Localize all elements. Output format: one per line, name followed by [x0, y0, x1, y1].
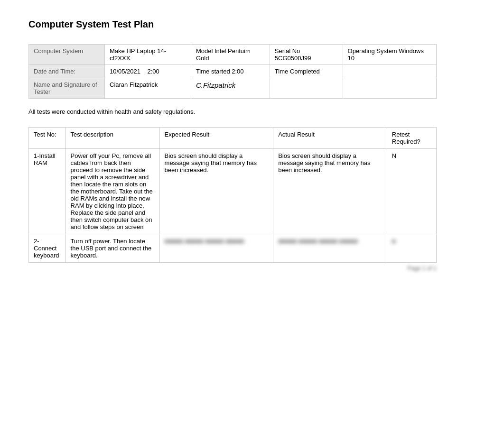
info-row-2: Date and Time: 10/05/2021 2:00 Time star… — [29, 65, 437, 78]
row1-desc: Power off your Pc, remove all cables fro… — [65, 149, 159, 234]
info-row-3: Name and Signature of Tester Ciaran Fitz… — [29, 78, 437, 99]
info-table: Computer System Make HP Laptop 14-cf2XXX… — [28, 44, 437, 99]
header-actual: Actual Result — [273, 128, 387, 149]
computer-system-label: Computer System — [29, 45, 105, 65]
row1-no: 1-Install RAM — [29, 149, 66, 234]
tester-empty-2 — [343, 78, 436, 99]
notice-text: All tests were conducted within health a… — [28, 108, 476, 115]
time-completed-label: Time Completed — [270, 65, 343, 78]
table-row: 1-Install RAM Power off your Pc, remove … — [29, 149, 437, 234]
serial-value: Serial No 5CG0500J99 — [270, 45, 343, 65]
row2-desc: Turn off power. Then locate the USB port… — [65, 234, 159, 263]
tester-signature-value: C.Fitzpatrick — [191, 78, 270, 99]
page-title: Computer System Test Plan — [28, 19, 476, 30]
header-expected: Expected Result — [159, 128, 273, 149]
tester-label: Name and Signature of Tester — [29, 78, 105, 99]
header-no: Test No: — [29, 128, 66, 149]
page-number: Page 1 of 1 — [28, 265, 437, 272]
info-row-1: Computer System Make HP Laptop 14-cf2XXX… — [29, 45, 437, 65]
make-value: Make HP Laptop 14-cf2XXX — [105, 45, 191, 65]
test-table: Test No: Test description Expected Resul… — [28, 127, 437, 263]
row2-actual: ■■■■■ ■■■■■ ■■■■■ ■■■■■ — [273, 234, 387, 263]
row2-expected: ■■■■■ ■■■■■ ■■■■■ ■■■■■ — [159, 234, 273, 263]
date-value: 10/05/2021 2:00 — [105, 65, 191, 78]
tester-empty-1 — [270, 78, 343, 99]
time-started-value: Time started 2:00 — [191, 65, 270, 78]
model-value: Model Intel Pentuim Gold — [191, 45, 270, 65]
row2-no: 2-Connect keyboard — [29, 234, 66, 263]
table-header-row: Test No: Test description Expected Resul… — [29, 128, 437, 149]
date-time-label: Date and Time: — [29, 65, 105, 78]
header-retest: Retest Required? — [387, 128, 436, 149]
time-completed-value — [343, 65, 436, 78]
row1-retest: N — [387, 149, 436, 234]
row1-expected: Bios screen should display a message say… — [159, 149, 273, 234]
row1-actual: Bios screen should display a message say… — [273, 149, 387, 234]
row2-retest: ■ — [387, 234, 436, 263]
table-row: 2-Connect keyboard Turn off power. Then … — [29, 234, 437, 263]
os-value: Operating System Windows 10 — [343, 45, 436, 65]
header-desc: Test description — [65, 128, 159, 149]
tester-name-value: Ciaran Fitzpatrick — [105, 78, 191, 99]
